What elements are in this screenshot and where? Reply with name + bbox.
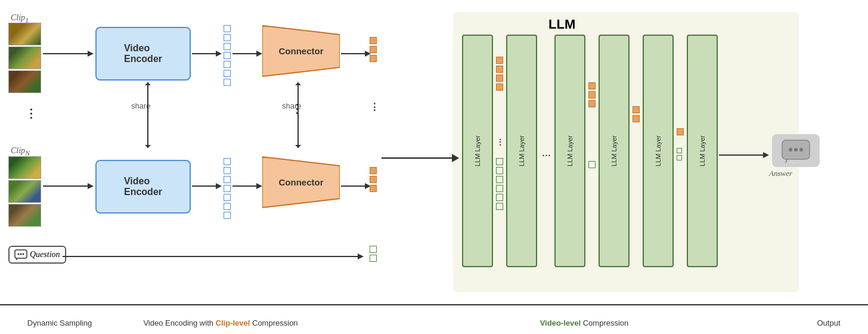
question-label: Question — [30, 250, 60, 259]
token-o2c — [370, 185, 377, 192]
arrow-encoder2-tokens — [192, 180, 225, 192]
svg-point-25 — [18, 253, 20, 255]
svg-marker-1 — [88, 51, 94, 57]
tokens-l1-orange — [496, 57, 503, 91]
token-b2-1 — [224, 158, 231, 165]
svg-marker-14 — [295, 145, 301, 148]
dots-tokens-out: ⋮ — [370, 101, 379, 113]
tl1-g2 — [496, 167, 503, 174]
answer-box — [772, 134, 820, 167]
token-b6 — [224, 70, 231, 77]
svg-point-26 — [20, 253, 22, 255]
tokens-question — [370, 246, 377, 262]
svg-marker-3 — [216, 51, 222, 57]
connector2: Connector — [262, 154, 340, 211]
token-q1 — [370, 246, 377, 253]
token-b5 — [224, 61, 231, 68]
token-o1b — [370, 46, 377, 53]
llm-layer-1: LLM Layer — [462, 35, 493, 267]
tl1-g4 — [496, 185, 503, 192]
clip1-frames — [8, 23, 41, 93]
llm-layer-4-label: LLM Layer — [610, 135, 618, 166]
tl1-g5 — [496, 194, 503, 201]
llm-layer-6: LLM Layer — [687, 35, 718, 267]
llm-layer-6-label: LLM Layer — [699, 135, 706, 166]
tl3-o2 — [588, 91, 596, 98]
arrow-connector2-out — [341, 180, 374, 192]
token-b2-7 — [224, 212, 231, 219]
clip1-frame3 — [8, 70, 41, 93]
token-b2-2 — [224, 167, 231, 174]
svg-marker-18 — [216, 183, 222, 189]
svg-marker-20 — [256, 183, 262, 189]
token-b3 — [224, 43, 231, 50]
token-b7 — [224, 79, 231, 86]
video-encoding-label: Video Encoding with Clip-level Compressi… — [110, 317, 331, 328]
tl1-o4 — [496, 84, 503, 91]
diagram-container: LLM Clip1 ⋮ ClipN VideoEncoder — [0, 0, 868, 334]
token-b4 — [224, 52, 231, 59]
svg-marker-10 — [145, 82, 151, 85]
tl5-g1 — [677, 148, 682, 153]
token-b2-3 — [224, 176, 231, 183]
arrow-tokens-connector1 — [232, 48, 265, 60]
llm-layer-5: LLM Layer — [643, 35, 674, 267]
tokens2-blue — [224, 158, 231, 219]
dots-l1: ⋮ — [496, 137, 504, 147]
llm-layer-2-label: LLM Layer — [518, 135, 525, 166]
tl1-o2 — [496, 66, 503, 73]
encoder2-box: VideoEncoder — [95, 160, 191, 214]
connector1-label: Connector — [279, 46, 324, 56]
llm-title: LLM — [548, 17, 575, 32]
token-b1 — [224, 25, 231, 32]
tl1-g3 — [496, 176, 503, 183]
video-level-text: Video-level — [540, 318, 581, 327]
tokens-l3-green — [588, 161, 596, 168]
token-q2 — [370, 255, 377, 262]
share-connector-arrow — [292, 82, 304, 154]
connector2-label: Connector — [279, 177, 324, 187]
svg-marker-34 — [763, 152, 769, 158]
svg-marker-32 — [452, 154, 459, 162]
tokens-l5-orange — [677, 128, 684, 135]
tl1-g1 — [496, 158, 503, 165]
tl3-o1 — [588, 82, 596, 89]
arrow-encoder1-tokens — [192, 48, 225, 60]
tokens-out2 — [370, 167, 377, 192]
video-level-label: Video-level Compression — [465, 317, 703, 328]
svg-point-38 — [799, 148, 803, 151]
bottom-section: Dynamic Sampling Video Encoding with Cli… — [0, 304, 868, 334]
tl4-o2 — [633, 115, 640, 122]
dots-layers: ··· — [542, 149, 551, 163]
arrow-tokens2-connector2 — [232, 180, 265, 192]
encoder1-label: VideoEncoder — [124, 43, 162, 64]
token-b2-5 — [224, 194, 231, 201]
token-b2-4 — [224, 185, 231, 192]
tl1-o3 — [496, 75, 503, 82]
clip1-frame1 — [8, 23, 41, 45]
svg-marker-30 — [358, 253, 364, 259]
token-o2a — [370, 167, 377, 174]
svg-point-27 — [23, 253, 24, 255]
arrow-question-llm — [63, 252, 367, 261]
clipN-frames — [8, 156, 41, 227]
encoder2-label: VideoEncoder — [124, 176, 162, 197]
question-bubble-icon — [14, 249, 27, 260]
tl1-o1 — [496, 57, 503, 64]
svg-marker-11 — [145, 145, 151, 148]
clipN-frame3 — [8, 204, 41, 227]
tokens1-blue — [224, 25, 231, 86]
arrow-clip1-encoder1 — [43, 48, 97, 60]
dynamic-sampling-label: Dynamic Sampling — [18, 317, 101, 328]
answer-bubble-icon — [781, 139, 811, 163]
token-b2-6 — [224, 203, 231, 210]
connector1: Connector — [262, 23, 340, 79]
arrow-clipN-encoder2 — [43, 180, 97, 192]
token-o1c — [370, 55, 377, 62]
llm-layer-3-label: LLM Layer — [566, 135, 574, 166]
tl4-o1 — [633, 106, 640, 113]
tokens-l5-green-sm — [677, 148, 682, 160]
share-encoder-arrow — [142, 82, 154, 154]
llm-layer-3: LLM Layer — [554, 35, 585, 267]
llm-layer-1-label: LLM Layer — [474, 135, 481, 166]
